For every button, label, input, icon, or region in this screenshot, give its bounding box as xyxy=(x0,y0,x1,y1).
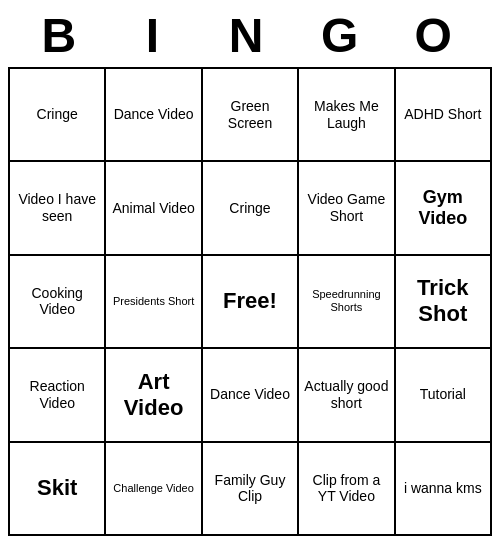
bingo-cell-2: Green Screen xyxy=(203,69,299,162)
bingo-cell-18: Actually good short xyxy=(299,349,395,442)
bingo-cell-3: Makes Me Laugh xyxy=(299,69,395,162)
bingo-cell-22: Family Guy Clip xyxy=(203,443,299,536)
bingo-cell-23: Clip from a YT Video xyxy=(299,443,395,536)
bingo-grid: CringeDance VideoGreen ScreenMakes Me La… xyxy=(8,67,492,536)
bingo-cell-4: ADHD Short xyxy=(396,69,492,162)
title-n: N xyxy=(203,8,297,63)
bingo-cell-5: Video I have seen xyxy=(10,162,106,255)
bingo-cell-7: Cringe xyxy=(203,162,299,255)
bingo-cell-17: Dance Video xyxy=(203,349,299,442)
bingo-title: B I N G O xyxy=(8,8,492,63)
bingo-cell-15: Reaction Video xyxy=(10,349,106,442)
bingo-cell-6: Animal Video xyxy=(106,162,202,255)
bingo-cell-16: Art Video xyxy=(106,349,202,442)
bingo-cell-10: Cooking Video xyxy=(10,256,106,349)
bingo-cell-13: Speedrunning Shorts xyxy=(299,256,395,349)
bingo-cell-8: Video Game Short xyxy=(299,162,395,255)
bingo-cell-20: Skit xyxy=(10,443,106,536)
bingo-cell-12: Free! xyxy=(203,256,299,349)
title-o: O xyxy=(390,8,484,63)
bingo-cell-9: Gym Video xyxy=(396,162,492,255)
bingo-cell-19: Tutorial xyxy=(396,349,492,442)
title-i: I xyxy=(110,8,204,63)
bingo-cell-24: i wanna kms xyxy=(396,443,492,536)
bingo-cell-0: Cringe xyxy=(10,69,106,162)
bingo-cell-11: Presidents Short xyxy=(106,256,202,349)
bingo-cell-14: Trick Shot xyxy=(396,256,492,349)
title-g: G xyxy=(297,8,391,63)
bingo-cell-1: Dance Video xyxy=(106,69,202,162)
bingo-cell-21: Challenge Video xyxy=(106,443,202,536)
title-b: B xyxy=(16,8,110,63)
